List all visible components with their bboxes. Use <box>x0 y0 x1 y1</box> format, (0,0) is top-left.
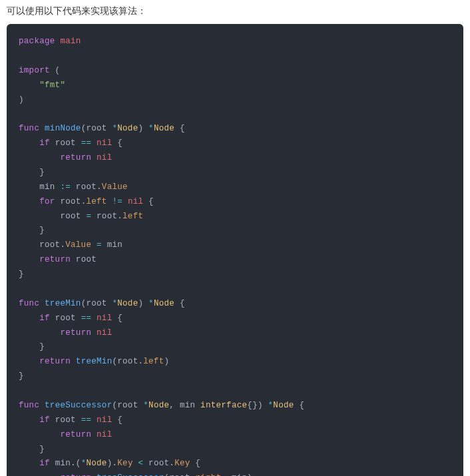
code-line: return nil <box>19 326 451 341</box>
code-line: "fmt" <box>19 79 451 93</box>
code-line <box>19 107 451 122</box>
code-line: return treeMin(root.left) <box>19 355 451 369</box>
code-line: for root.left != nil { <box>19 195 451 210</box>
code-line: return treeSuccessor(root.right, min) <box>19 471 451 476</box>
code-line: if min.(*Node).Key < root.Key { <box>19 457 451 471</box>
code-line: root = root.left <box>19 210 451 224</box>
code-line: } <box>19 369 451 384</box>
code-line <box>19 282 451 297</box>
code-block: package main import ( "fmt") func minNod… <box>7 24 463 476</box>
code-line: root.Value = min <box>19 238 451 253</box>
code-line: min := root.Value <box>19 180 451 195</box>
code-line: return nil <box>19 151 451 166</box>
code-line: } <box>19 268 451 282</box>
code-line: if root == nil { <box>19 136 451 151</box>
code-line: if root == nil { <box>19 413 451 428</box>
code-line: func treeSuccessor(root *Node, min inter… <box>19 399 451 413</box>
code-line: package main <box>19 35 451 49</box>
code-line: return root <box>19 253 451 268</box>
code-lines: package main import ( "fmt") func minNod… <box>19 35 451 476</box>
code-line: } <box>19 224 451 238</box>
code-line: ) <box>19 93 451 108</box>
code-line: } <box>19 340 451 355</box>
code-line: import ( <box>19 64 451 79</box>
intro-text: 可以使用以下代码来实现该算法： <box>0 0 470 24</box>
code-line <box>19 49 451 64</box>
code-line: if root == nil { <box>19 312 451 326</box>
code-line: func minNode(root *Node) *Node { <box>19 122 451 136</box>
code-line: } <box>19 443 451 457</box>
code-line <box>19 384 451 399</box>
code-line: func treeMin(root *Node) *Node { <box>19 297 451 312</box>
code-line: return nil <box>19 428 451 443</box>
code-line: } <box>19 166 451 180</box>
